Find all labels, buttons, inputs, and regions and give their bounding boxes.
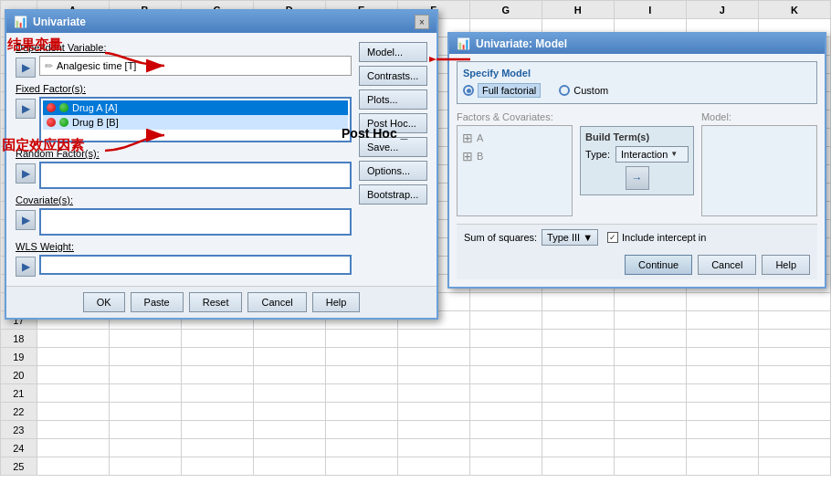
type-dropdown[interactable]: Interaction ▼ — [615, 146, 689, 163]
dependent-variable-input[interactable]: ✏ Analgesic time [T] — [39, 56, 352, 76]
factors-covariates-label: Factors & Covariates: — [457, 111, 573, 122]
sum-of-squares-label: Sum of squares: — [464, 232, 537, 243]
random-factors-row: ▶ — [16, 162, 352, 189]
dot-red-b — [47, 118, 56, 127]
factor-icon-b: ⊞ — [462, 149, 473, 163]
factor-b-text: B — [477, 151, 483, 162]
cancel-button[interactable]: Cancel — [247, 292, 306, 312]
model-list — [701, 125, 817, 216]
model-bottom-buttons: Continue Cancel Help — [457, 250, 817, 279]
wls-weight-list — [39, 255, 352, 275]
dialog-icon: 📊 — [14, 16, 27, 28]
model-title: Univariate: Model — [476, 37, 567, 50]
specify-model-title: Specify Model — [463, 68, 811, 79]
wls-weight-section: WLS Weight: ▶ — [16, 241, 352, 277]
dot-green-b — [59, 118, 68, 127]
model-title-left: 📊 Univariate: Model — [457, 37, 567, 50]
custom-radio[interactable]: Custom — [559, 85, 608, 96]
covariate-label: Covariate(s): — [16, 194, 352, 205]
model-body: Specify Model Full factorial Custom Fact… — [449, 54, 825, 287]
type-label: Type: — [585, 149, 610, 160]
full-factorial-radio-circle — [463, 85, 474, 96]
ss-value: Type III — [547, 232, 580, 243]
sum-of-squares-row: Sum of squares: Type III ▼ — [464, 229, 598, 246]
covariate-row: ▶ — [16, 208, 352, 236]
fixed-factors-label: Fixed Factor(s): — [16, 83, 352, 94]
wls-weight-label: WLS Weight: — [16, 241, 352, 252]
help-button[interactable]: Help — [312, 292, 361, 312]
build-arrow-button[interactable]: → — [626, 166, 649, 190]
continue-button[interactable]: Continue — [625, 255, 692, 275]
pencil-icon: ✏ — [45, 60, 53, 72]
build-terms-middle: Build Term(s) Type: Interaction ▼ → — [580, 111, 694, 216]
dot-red-a — [47, 103, 56, 112]
covariate-arrow-btn[interactable]: ▶ — [16, 210, 36, 230]
dependent-variable-row: ▶ ✏ Analgesic time [T] — [16, 56, 352, 78]
model-help-button[interactable]: Help — [762, 255, 810, 275]
full-factorial-label: Full factorial — [478, 83, 541, 98]
reset-button[interactable]: Reset — [189, 292, 243, 312]
custom-label: Custom — [573, 85, 608, 96]
include-intercept-row: ✓ Include intercept in — [607, 232, 706, 243]
fixed-factor-item-b[interactable]: Drug B [B] — [43, 115, 348, 130]
annotation-jieguo-bianliang: 结果变量 — [7, 37, 62, 54]
paste-button[interactable]: Paste — [131, 292, 184, 312]
model-dialog-icon: 📊 — [457, 37, 470, 50]
annotation-guding-xiaoying: 固定效应因素 — [2, 137, 84, 154]
factor-item-b[interactable]: ⊞ B — [460, 147, 569, 165]
ss-dropdown-arrow-icon: ▼ — [583, 232, 593, 243]
fixed-factors-row: ▶ Drug A [A] Drug B [B] — [16, 97, 352, 142]
fixed-factor-item-a[interactable]: Drug A [A] — [43, 100, 348, 115]
dropdown-arrow-icon: ▼ — [670, 150, 678, 158]
factor-icon-a: ⊞ — [462, 131, 473, 145]
left-panel: Dependent Variable: ▶ ✏ Analgesic time [… — [16, 42, 352, 277]
custom-radio-circle — [559, 85, 570, 96]
plots-button[interactable]: Plots... — [359, 89, 427, 110]
univariate-dialog: 📊 Univariate × Dependent Variable: ▶ ✏ A… — [5, 9, 438, 320]
include-intercept-checkbox[interactable]: ✓ — [607, 232, 618, 243]
factors-model-section: Factors & Covariates: ⊞ A ⊞ B Build Term… — [457, 111, 817, 216]
type-value: Interaction — [621, 149, 668, 160]
univariate-title-bar: 📊 Univariate × — [6, 11, 437, 33]
random-factors-arrow-btn[interactable]: ▶ — [16, 163, 36, 184]
model-dialog: 📊 Univariate: Model Specify Model Full f… — [447, 32, 826, 289]
model-cancel-button[interactable]: Cancel — [698, 255, 756, 275]
model-box: Model: — [701, 111, 817, 216]
covariate-section: Covariate(s): ▶ — [16, 194, 352, 236]
build-terms-title: Build Term(s) — [585, 131, 689, 142]
model-title-bar: 📊 Univariate: Model — [449, 34, 825, 54]
dot-green-a — [59, 103, 68, 112]
fixed-factor-a-label: Drug A [A] — [72, 102, 118, 113]
specify-model-box: Specify Model Full factorial Custom — [457, 61, 817, 104]
title-left: 📊 Univariate — [14, 16, 86, 28]
fixed-factors-arrow-btn[interactable]: ▶ — [16, 99, 36, 119]
fixed-factor-b-label: Drug B [B] — [72, 117, 119, 128]
ok-button[interactable]: OK — [83, 292, 125, 312]
model-label: Model: — [701, 111, 817, 122]
model-footer: Sum of squares: Type III ▼ ✓ Include int… — [457, 224, 817, 250]
full-factorial-radio[interactable]: Full factorial — [463, 83, 541, 98]
options-button[interactable]: Options... — [359, 161, 427, 181]
factor-item-a[interactable]: ⊞ A — [460, 129, 569, 147]
dependent-variable-value: Analgesic time [T] — [57, 60, 136, 71]
post-hoc-annotation: Post Hoc _ — [342, 126, 407, 141]
close-button[interactable]: × — [415, 15, 429, 29]
factor-a-text: A — [477, 132, 483, 143]
sum-of-squares-dropdown[interactable]: Type III ▼ — [542, 229, 598, 246]
wls-weight-arrow-btn[interactable]: ▶ — [16, 257, 36, 277]
bootstrap-button[interactable]: Bootstrap... — [359, 184, 427, 205]
factors-box: Factors & Covariates: ⊞ A ⊞ B — [457, 111, 573, 216]
dependent-variable-arrow-btn[interactable]: ▶ — [16, 58, 36, 78]
include-intercept-label: Include intercept in — [622, 232, 706, 243]
fixed-factors-list: Drug A [A] Drug B [B] — [39, 97, 352, 142]
radio-row: Full factorial Custom — [463, 83, 811, 98]
dependent-variable-label: Dependent Variable: — [16, 42, 352, 53]
univariate-bottom-buttons: OK Paste Reset Cancel Help — [6, 286, 437, 318]
type-row: Type: Interaction ▼ — [585, 146, 689, 163]
model-button[interactable]: Model... — [359, 42, 427, 62]
univariate-body: Dependent Variable: ▶ ✏ Analgesic time [… — [6, 33, 437, 286]
build-terms-box: Build Term(s) Type: Interaction ▼ → — [580, 126, 694, 195]
covariate-list — [39, 208, 352, 236]
contrasts-button[interactable]: Contrasts... — [359, 66, 427, 86]
right-buttons-panel: Model... Contrasts... Plots... Post Hoc.… — [359, 42, 427, 277]
